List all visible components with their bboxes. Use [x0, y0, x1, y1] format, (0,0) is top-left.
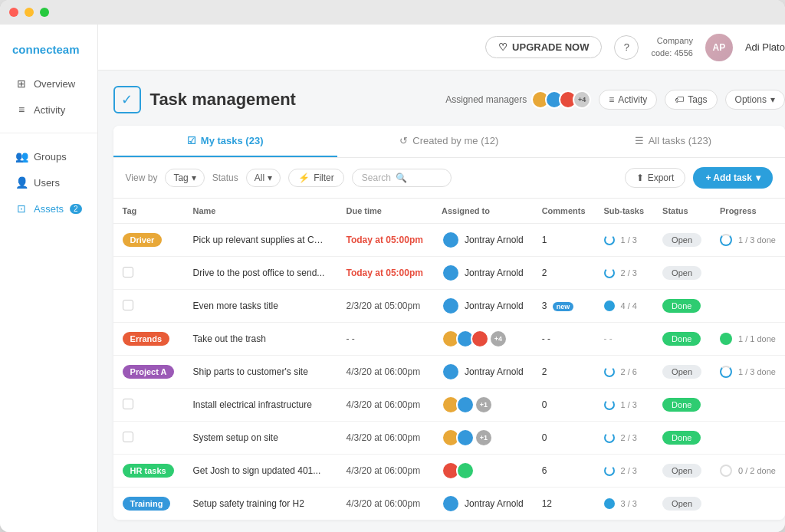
view-by-value: Tag [173, 172, 188, 183]
tab-all-tasks[interactable]: ☰ All tasks (123) [561, 126, 785, 157]
page-title: Task management [150, 90, 296, 110]
cell-comments: 2 [533, 257, 595, 290]
heart-icon: ♡ [498, 41, 507, 53]
table-row[interactable]: Install electrical infrastructure 4/3/20… [113, 389, 785, 422]
sidebar: connecteam ⊞ Overview ≡ Activity 👥 Group… [0, 25, 98, 532]
cell-progress: 1 / 1 done [711, 323, 785, 356]
cell-progress [711, 290, 785, 323]
sidebar-item-groups[interactable]: 👥 Groups [3, 144, 94, 169]
created-icon: ↺ [399, 135, 408, 146]
sidebar-item-overview[interactable]: ⊞ Overview [3, 71, 94, 96]
tab-created-by-me-label: Created by me (12) [412, 135, 498, 146]
cell-assigned: Jontray Arnold [432, 224, 533, 257]
cell-progress: 1 / 3 done [711, 356, 785, 389]
table-row[interactable]: Even more tasks title 2/3/20 at 05:00pm … [113, 290, 785, 323]
activity-icon: ≡ [609, 94, 614, 105]
sidebar-item-label: Activity [34, 104, 65, 116]
cell-subtasks: 1 / 3 [595, 389, 654, 422]
groups-icon: 👥 [15, 150, 28, 163]
upgrade-button[interactable]: ♡ UPGRADE NOW [485, 36, 602, 58]
manager-avatar-count: +4 [573, 90, 591, 109]
view-by-select[interactable]: Tag ▾ [165, 169, 204, 187]
cell-name: Get Josh to sign updated 401... [183, 455, 337, 488]
cell-tag [113, 290, 184, 323]
page-actions: Assigned managers +4 ≡ Activity [445, 90, 785, 110]
cell-name: Setup safety training for H2 [183, 488, 337, 521]
sidebar-item-assets[interactable]: ⊡ Assets 2 [3, 196, 94, 221]
filter-button[interactable]: ⚡ Filter [288, 169, 344, 187]
export-button[interactable]: ⬆ Export [625, 168, 686, 188]
cell-progress: 0 / 2 done [711, 455, 785, 488]
cell-due: 4/3/20 at 06:00pm [337, 455, 432, 488]
cell-comments: 0 [533, 422, 595, 455]
task-table-container: Tag Name Due time Assigned to Comments S… [113, 199, 785, 520]
options-button[interactable]: Options ▾ [725, 90, 785, 110]
col-assigned: Assigned to [432, 199, 533, 224]
page-title-area: ✓ Task management [113, 86, 296, 113]
sidebar-item-activity[interactable]: ≡ Activity [3, 97, 94, 122]
cell-assigned: Jontray Arnold [432, 356, 533, 389]
table-row[interactable]: Training Setup safety training for H2 4/… [113, 488, 785, 521]
col-progress: Progress [711, 199, 785, 224]
cell-status: Open [653, 488, 711, 521]
tab-my-tasks[interactable]: ☑ My tasks (23) [113, 126, 337, 157]
tab-created-by-me[interactable]: ↺ Created by me (12) [337, 126, 561, 157]
col-name: Name [183, 199, 337, 224]
table-row[interactable]: Drive to the post office to send... Toda… [113, 257, 785, 290]
sidebar-divider [0, 133, 97, 133]
add-task-label: + Add task [705, 172, 752, 183]
export-icon: ⬆ [636, 172, 644, 183]
assets-icon: ⊡ [15, 202, 28, 215]
maximize-button[interactable] [40, 8, 49, 17]
company-code: code: 4556 [651, 48, 692, 59]
cell-subtasks: 2 / 6 [595, 356, 654, 389]
close-button[interactable] [9, 8, 18, 17]
user-icon: 👤 [15, 176, 28, 189]
filter-icon: ⚡ [298, 172, 310, 183]
activity-button[interactable]: ≡ Activity [599, 90, 657, 110]
table-header-row: Tag Name Due time Assigned to Comments S… [113, 199, 785, 224]
user-name: Adi Plato [745, 41, 785, 53]
cell-status: Open [653, 356, 711, 389]
task-table: Tag Name Due time Assigned to Comments S… [113, 199, 785, 520]
filter-label: Filter [314, 172, 334, 183]
tab-all-tasks-label: All tasks (123) [649, 135, 711, 146]
cell-subtasks: - - [595, 323, 654, 356]
cell-due: 4/3/20 at 06:00pm [337, 389, 432, 422]
page-header: ✓ Task management Assigned managers +4 [113, 86, 785, 113]
table-row[interactable]: System setup on site 4/3/20 at 06:00pm +… [113, 422, 785, 455]
table-row[interactable]: Errands Take out the trash - - +4 - - - … [113, 323, 785, 356]
cell-assigned: +4 [432, 323, 533, 356]
tags-label: Tags [688, 94, 707, 105]
my-tasks-icon: ☑ [187, 135, 196, 146]
status-select[interactable]: All ▾ [246, 169, 281, 187]
cell-due: 2/3/20 at 05:00pm [337, 290, 432, 323]
list-icon: ≡ [15, 103, 28, 116]
table-row[interactable]: HR tasks Get Josh to sign updated 401...… [113, 455, 785, 488]
cell-comments: 0 [533, 389, 595, 422]
cell-subtasks: 2 / 3 [595, 422, 654, 455]
assigned-managers: Assigned managers +4 [445, 90, 591, 109]
col-comments: Comments [533, 199, 595, 224]
minimize-button[interactable] [25, 8, 34, 17]
cell-due: 4/3/20 at 06:00pm [337, 422, 432, 455]
company-label: Company [651, 35, 692, 47]
table-row[interactable]: Project A Ship parts to customer's site … [113, 356, 785, 389]
status-chevron: ▾ [268, 172, 272, 183]
cell-tag: Errands [113, 323, 184, 356]
cell-assigned: +1 [432, 422, 533, 455]
cell-tag: HR tasks [113, 455, 184, 488]
search-icon: 🔍 [396, 172, 407, 183]
tags-button[interactable]: 🏷 Tags [665, 90, 717, 110]
export-label: Export [648, 172, 675, 183]
search-box[interactable]: Search 🔍 [352, 169, 452, 187]
help-button[interactable]: ? [614, 35, 639, 60]
cell-comments: 12 [533, 488, 595, 521]
table-row[interactable]: Driver Pick up relevant supplies at Cosc… [113, 224, 785, 257]
cell-subtasks: 3 / 3 [595, 488, 654, 521]
add-task-button[interactable]: + Add task ▾ [693, 167, 773, 189]
cell-comments: 2 [533, 356, 595, 389]
cell-name: Ship parts to customer's site [183, 356, 337, 389]
sidebar-item-users[interactable]: 👤 Users [3, 170, 94, 195]
cell-tag [113, 422, 184, 455]
